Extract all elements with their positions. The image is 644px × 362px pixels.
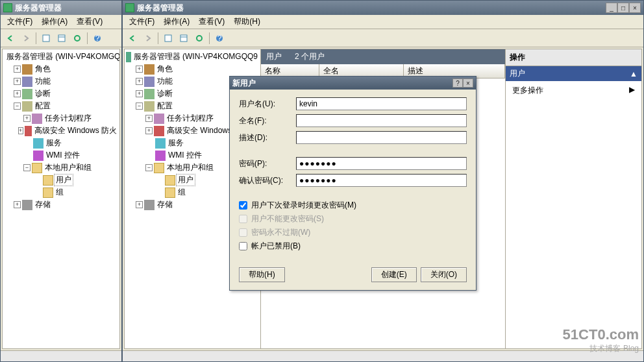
menu-action[interactable]: 操作(A) <box>160 15 193 29</box>
tree-svc[interactable]: 服务 <box>45 138 63 149</box>
create-button[interactable]: 创建(E) <box>371 267 417 282</box>
new-user-dialog: 新用户 ? × 用户名(U): 全名(F): 描述(D): 密码(P): 确认密… <box>229 76 477 291</box>
folder-icon <box>43 187 53 198</box>
list-count: 2 个用户 <box>295 51 325 62</box>
dialog-help-button[interactable]: ? <box>452 78 463 88</box>
tree-config[interactable]: 配置 <box>34 101 52 112</box>
actions-more[interactable]: 更多操作 ▶ <box>506 81 641 100</box>
properties-button[interactable] <box>161 31 175 45</box>
menu-help[interactable]: 帮助(H) <box>230 15 264 29</box>
menubar[interactable]: 文件(F) 操作(A) 查看(V) 帮助(H) <box>123 15 643 29</box>
tree-fw[interactable]: 高级安全 Windows <box>166 125 233 136</box>
tree-features[interactable]: 功能 <box>156 76 174 87</box>
tree-panel-back[interactable]: 服务器管理器 (WIN-VP4KOMGQQ +角色 +功能 +诊断 −配置 +任… <box>3 49 119 348</box>
svg-rect-1 <box>58 35 65 42</box>
menu-view[interactable]: 查看(V) <box>73 15 106 29</box>
cannot-change-label: 用户不能更改密码(S) <box>251 213 324 224</box>
nav-fwd-button[interactable] <box>141 31 155 45</box>
tree-lug[interactable]: 本地用户和组 <box>166 162 215 173</box>
collapse-config[interactable]: − <box>14 103 21 110</box>
svg-point-3 <box>75 36 80 41</box>
tree-diag[interactable]: 诊断 <box>34 88 52 99</box>
tree-users[interactable]: 用户 <box>177 175 195 186</box>
fullname-input[interactable] <box>296 114 467 127</box>
close-button[interactable]: × <box>629 3 641 13</box>
actions-section[interactable]: 用户 ▲ <box>506 66 641 81</box>
tree-diag[interactable]: 诊断 <box>156 88 174 99</box>
tree-wmi[interactable]: WMI 控件 <box>167 150 203 161</box>
expand-task[interactable]: + <box>145 115 153 122</box>
watermark: 51CT0.com 技术博客 Blog <box>563 326 639 354</box>
tree-lug[interactable]: 本地用户和组 <box>43 162 93 173</box>
expand-roles[interactable]: + <box>136 66 143 73</box>
properties-button[interactable] <box>39 31 53 45</box>
refresh-button[interactable] <box>192 31 206 45</box>
expand-storage[interactable]: + <box>14 201 21 208</box>
close-button[interactable]: 关闭(O) <box>421 267 467 282</box>
minimize-button[interactable]: _ <box>606 3 617 13</box>
tree-roles[interactable]: 角色 <box>156 64 174 75</box>
menu-action[interactable]: 操作(A) <box>38 15 71 29</box>
list-header: 用户 2 个用户 <box>261 49 505 64</box>
tree-wmi[interactable]: WMI 控件 <box>45 150 81 161</box>
tree-storage[interactable]: 存储 <box>34 199 52 210</box>
tree-users[interactable]: 用户 <box>55 175 73 186</box>
desc-input[interactable] <box>296 131 467 144</box>
menubar-back[interactable]: 文件(F) 操作(A) 查看(V) <box>1 15 121 29</box>
tree-roles[interactable]: 角色 <box>34 64 52 75</box>
expand-roles[interactable]: + <box>14 66 21 73</box>
nav-back-button[interactable] <box>3 31 18 45</box>
nav-back-button[interactable] <box>125 31 140 45</box>
collapse-lug[interactable]: − <box>145 164 153 171</box>
diag-icon <box>22 89 32 99</box>
actions-panel: 操作 用户 ▲ 更多操作 ▶ <box>505 49 641 348</box>
expand-features[interactable]: + <box>136 78 143 85</box>
username-input[interactable] <box>296 97 467 110</box>
tree-task[interactable]: 任务计划程序 <box>166 113 215 124</box>
firewall-icon <box>154 126 164 136</box>
scrollbar-h[interactable] <box>1 350 121 361</box>
menu-file[interactable]: 文件(F) <box>3 15 36 29</box>
tree-groups[interactable]: 组 <box>55 187 65 198</box>
list-button[interactable] <box>177 31 191 45</box>
help-button[interactable]: 帮助(H) <box>239 267 285 282</box>
help-button[interactable]: ? <box>212 31 227 45</box>
refresh-button[interactable] <box>70 31 84 45</box>
tree-task[interactable]: 任务计划程序 <box>43 113 93 124</box>
tree-root[interactable]: 服务器管理器 (WIN-VP4KOMGQQ9 <box>132 51 259 62</box>
expand-diag[interactable]: + <box>14 90 21 97</box>
tree-config[interactable]: 配置 <box>156 101 174 112</box>
tree-features[interactable]: 功能 <box>34 76 52 87</box>
dialog-titlebar[interactable]: 新用户 ? × <box>230 77 476 90</box>
help-button[interactable]: ? <box>90 31 105 45</box>
firewall-icon <box>25 126 32 136</box>
tree-groups[interactable]: 组 <box>177 187 187 198</box>
watermark-url: 51CT0.com <box>563 326 639 343</box>
titlebar-back[interactable]: 服务器管理器 <box>1 1 121 15</box>
menu-file[interactable]: 文件(F) <box>125 15 158 29</box>
watermark-text: 技术博客 <box>589 344 621 353</box>
task-icon <box>32 114 42 124</box>
titlebar[interactable]: 服务器管理器 _ □ × <box>123 1 643 15</box>
expand-diag[interactable]: + <box>136 90 143 97</box>
tree-root[interactable]: 服务器管理器 (WIN-VP4KOMGQQ <box>5 51 119 62</box>
tree-fw[interactable]: 高级安全 Windows 防火 <box>33 125 118 136</box>
nav-fwd-button[interactable] <box>19 31 33 45</box>
maximize-button[interactable]: □ <box>617 3 629 13</box>
tree-svc[interactable]: 服务 <box>167 138 185 149</box>
must-change-checkbox[interactable] <box>239 201 247 210</box>
dialog-close-button[interactable]: × <box>463 78 473 88</box>
expand-features[interactable]: + <box>14 78 21 85</box>
tree-storage[interactable]: 存储 <box>156 199 174 210</box>
collapse-config[interactable]: − <box>136 103 143 110</box>
list-button[interactable] <box>55 31 69 45</box>
confirm-input[interactable] <box>296 174 467 187</box>
expand-fw[interactable]: + <box>145 127 153 134</box>
collapse-lug[interactable]: − <box>23 164 31 171</box>
password-input[interactable] <box>296 157 467 170</box>
expand-task[interactable]: + <box>23 115 31 122</box>
disabled-checkbox[interactable] <box>239 242 247 250</box>
menu-view[interactable]: 查看(V) <box>195 15 229 29</box>
expand-storage[interactable]: + <box>136 201 143 208</box>
expand-fw[interactable]: + <box>18 127 23 134</box>
